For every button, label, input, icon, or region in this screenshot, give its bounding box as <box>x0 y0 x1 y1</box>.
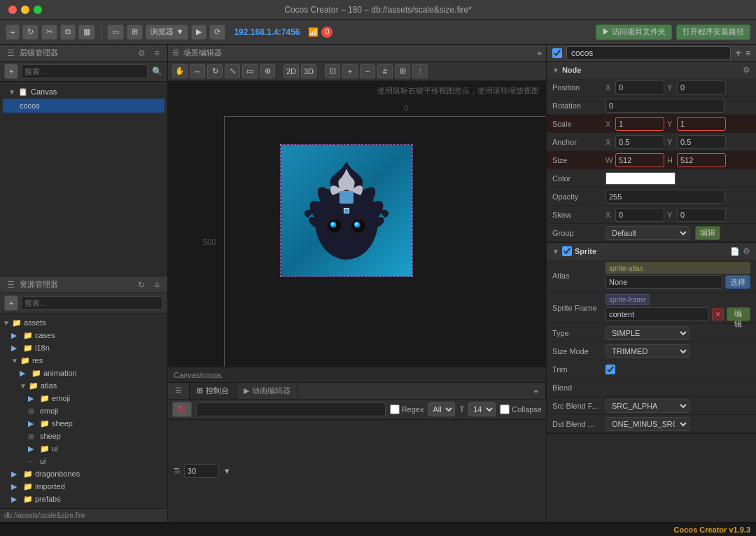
position-y-input[interactable] <box>677 80 726 94</box>
num-input[interactable] <box>184 464 219 478</box>
node-gear-icon[interactable]: ⚙ <box>743 65 750 75</box>
scene-menu-icon[interactable]: ≡ <box>538 49 542 57</box>
move-tool[interactable]: ↔ <box>190 64 205 78</box>
inspector-add-icon[interactable]: + <box>735 47 741 59</box>
zoom-fit-btn[interactable]: ⊡ <box>325 64 340 78</box>
asset-animation[interactable]: ▶ 📁 animation <box>3 367 164 379</box>
sprite-enable-checkbox[interactable] <box>562 246 572 256</box>
view-button[interactable]: ⊞ <box>127 24 143 40</box>
node-enable-checkbox[interactable] <box>552 48 562 58</box>
skew-x-input[interactable] <box>615 208 664 222</box>
console-search-input[interactable] <box>196 402 386 416</box>
collapse-checkbox[interactable] <box>500 404 510 414</box>
atlas-input[interactable] <box>606 275 722 289</box>
trim-checkbox[interactable] <box>606 365 615 374</box>
assets-menu-icon[interactable]: ≡ <box>150 278 163 291</box>
open-install-button[interactable]: 打开程序安装路径 <box>676 24 750 40</box>
asset-assets[interactable]: ▼ 📁 assets <box>3 316 164 329</box>
anchor-y-input[interactable] <box>677 135 726 149</box>
asset-cases[interactable]: ▶ 📁 cases <box>3 329 164 341</box>
refresh-button[interactable]: ↻ <box>22 24 38 40</box>
rect-tool[interactable]: ▭ <box>242 64 258 78</box>
visit-project-button[interactable]: ▶ 访问项目文件夹 <box>596 24 672 40</box>
assets-refresh-icon[interactable]: ↻ <box>135 278 148 291</box>
tab-animation[interactable]: ▶ 动画编辑器 <box>237 383 298 399</box>
rotation-input[interactable] <box>606 99 724 113</box>
copy-button[interactable]: ⧉ <box>60 24 76 40</box>
anchor-tool[interactable]: ⊕ <box>260 64 275 78</box>
hierarchy-menu-icon[interactable]: ≡ <box>150 47 163 59</box>
node-section-header[interactable]: ▼ Node ⚙ <box>547 62 756 78</box>
add-button[interactable]: + <box>6 24 20 40</box>
node-name-input[interactable] <box>566 46 731 60</box>
size-mode-select[interactable]: TRIMMED <box>606 344 690 358</box>
regex-checkbox[interactable] <box>390 404 400 414</box>
sprite-frame-input[interactable] <box>606 307 709 321</box>
src-blend-select[interactable]: SRC_ALPHA <box>606 399 690 413</box>
font-size-select[interactable]: 14 <box>468 402 496 416</box>
asset-i18n[interactable]: ▶ 📁 i18n <box>3 341 164 354</box>
asset-res[interactable]: ▼ 📁 res <box>3 354 164 367</box>
2d-view-btn[interactable]: 2D <box>284 64 299 78</box>
tab-console[interactable]: ⊞ 控制台 <box>190 383 237 399</box>
asset-atlas[interactable]: ▼ 📁 atlas <box>3 379 164 392</box>
zoom-in-btn[interactable]: + <box>342 64 358 78</box>
asset-sheep-folder[interactable]: ▶ 📁 sheep <box>3 417 164 430</box>
close-button[interactable] <box>8 6 17 14</box>
grid-btn[interactable]: # <box>377 64 393 78</box>
opacity-input[interactable] <box>606 190 724 204</box>
browser-button[interactable]: 浏览器 ▼ <box>146 24 188 40</box>
zoom-out-btn[interactable]: − <box>360 64 375 78</box>
position-x-input[interactable] <box>615 80 664 94</box>
atlas-select-btn[interactable]: 选择 <box>725 275 750 289</box>
hierarchy-search[interactable] <box>21 64 148 78</box>
bar-button[interactable]: ▦ <box>78 24 95 40</box>
tree-item-cocos[interactable]: cocos <box>3 99 164 113</box>
asset-imported[interactable]: ▶ 📁 imported <box>3 480 164 493</box>
skew-y-input[interactable] <box>677 208 726 222</box>
maximize-button[interactable] <box>34 6 42 14</box>
rect-button[interactable]: ▭ <box>107 24 124 40</box>
scale-x-input[interactable] <box>615 117 664 131</box>
scale-tool[interactable]: ⤡ <box>225 64 240 78</box>
console-all-select[interactable]: All <box>428 402 455 416</box>
dst-blend-select[interactable]: ONE_MINUS_SRC_ALPHA <box>606 417 690 431</box>
more-btn[interactable]: ⋮ <box>412 64 428 78</box>
reload-button[interactable]: ⟳ <box>209 24 225 40</box>
asset-sheep-file[interactable]: ⊞ sheep <box>3 430 164 442</box>
scale-y-input[interactable] <box>677 117 726 131</box>
asset-ui-file[interactable]: ·· ui <box>3 455 164 467</box>
type-select[interactable]: SIMPLE <box>606 326 690 340</box>
anchor-x-input[interactable] <box>615 135 664 149</box>
asset-dragonbones[interactable]: ▶ 📁 dragonbones <box>3 467 164 480</box>
sprite-section-header[interactable]: ▼ Sprite 📄 ⚙ <box>547 243 756 260</box>
rotate-tool[interactable]: ↻ <box>207 64 223 78</box>
assets-search[interactable] <box>21 296 163 310</box>
sprite-frame-clear-btn[interactable]: ✕ <box>712 308 724 320</box>
color-swatch[interactable] <box>606 172 676 185</box>
sprite-container[interactable]: → ↑ <box>280 144 413 277</box>
assets-add-btn[interactable]: + <box>4 295 18 311</box>
console-clear-btn[interactable]: 🚫 <box>172 402 192 417</box>
snap-btn[interactable]: ⊞ <box>395 64 410 78</box>
cut-button[interactable]: ✂ <box>41 24 57 40</box>
minimize-button[interactable] <box>21 6 29 14</box>
asset-ui-folder[interactable]: ▶ 📁 ui <box>3 442 164 455</box>
hierarchy-settings-icon[interactable]: ⚙ <box>135 47 148 59</box>
size-h-input[interactable] <box>677 153 726 167</box>
tab-menu[interactable]: ≡ <box>527 383 546 399</box>
tree-item-canvas[interactable]: ▼ 📋 Canvas <box>3 85 164 99</box>
play-button[interactable]: ▶ <box>191 24 206 40</box>
group-select[interactable]: Default <box>606 226 690 240</box>
inspector-menu-icon[interactable]: ≡ <box>746 48 750 58</box>
hand-tool[interactable]: ✋ <box>172 64 188 78</box>
sprite-frame-edit-btn[interactable]: 编辑 <box>727 307 750 321</box>
asset-prefabs[interactable]: ▶ 📁 prefabs <box>3 493 164 505</box>
group-edit-btn[interactable]: 编辑 <box>695 226 720 240</box>
sprite-gear-icon[interactable]: ⚙ <box>743 246 750 256</box>
size-w-input[interactable] <box>615 153 664 167</box>
hierarchy-add-btn[interactable]: + <box>4 64 18 79</box>
asset-emoji-file[interactable]: ⊞ emoji <box>3 404 164 417</box>
asset-emoji-folder[interactable]: ▶ 📁 emoji <box>3 392 164 404</box>
3d-view-btn[interactable]: 3D <box>301 64 316 78</box>
